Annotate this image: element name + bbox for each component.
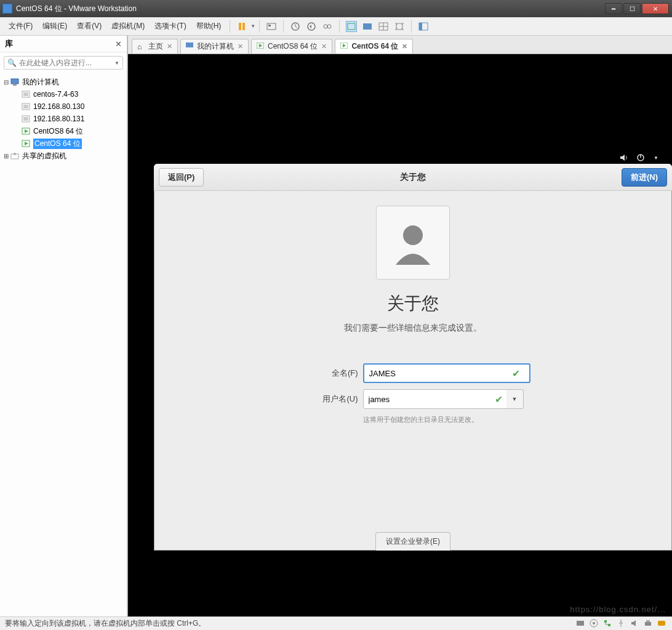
- menu-help[interactable]: 帮助(H): [191, 18, 226, 34]
- svg-rect-43: [645, 622, 651, 626]
- vm-console[interactable]: ▼ 返回(P) 关于您 前进(N) 关于您 我们需要一些详细信息来完成设置。: [128, 54, 672, 616]
- gnome-header: 返回(P) 关于您 前进(N): [154, 164, 672, 191]
- user-form: 全名(F) ✔ 用户名(U) ✔ ▼: [303, 363, 524, 424]
- tree-shared[interactable]: ⊞ 共享的虚拟机: [1, 150, 126, 162]
- svg-rect-19: [23, 92, 28, 96]
- username-label: 用户名(U): [303, 394, 358, 405]
- svg-rect-45: [658, 621, 665, 626]
- svg-point-29: [14, 153, 16, 155]
- svg-point-7: [327, 25, 331, 28]
- vm-off-icon: [21, 102, 31, 111]
- tree-item[interactable]: 192.168.80.130: [1, 100, 126, 113]
- tab-close-icon[interactable]: ✕: [402, 42, 407, 50]
- unity-icon[interactable]: [378, 21, 389, 32]
- library-toggle-icon[interactable]: [418, 21, 429, 32]
- tab-centos-active[interactable]: CentOS 64 位 ✕: [335, 39, 413, 54]
- svg-rect-23: [23, 117, 28, 121]
- svg-rect-15: [419, 23, 422, 30]
- cd-icon[interactable]: [590, 619, 599, 629]
- message-icon[interactable]: [657, 619, 667, 629]
- power-dropdown-icon[interactable]: ▼: [250, 23, 255, 29]
- sidebar-search-input[interactable]: [19, 59, 114, 67]
- disk-icon[interactable]: [576, 619, 586, 629]
- svg-rect-13: [396, 23, 402, 30]
- tab-centos8[interactable]: CentOS8 64 位 ✕: [251, 39, 332, 54]
- gnome-system-menu[interactable]: ▼: [618, 153, 658, 163]
- avatar-placeholder[interactable]: [376, 206, 450, 280]
- stretch-icon[interactable]: [394, 21, 405, 32]
- statusbar-text: 要将输入定向到该虚拟机，请在虚拟机内部单击或按 Ctrl+G。: [5, 618, 206, 629]
- forward-button[interactable]: 前进(N): [622, 168, 667, 187]
- menubar: 文件(F) 编辑(E) 查看(V) 虚拟机(M) 选项卡(T) 帮助(H) ▼: [0, 17, 672, 36]
- vm-on-icon: [257, 42, 265, 51]
- window-maximize-button[interactable]: ☐: [623, 3, 641, 14]
- menu-vm[interactable]: 虚拟机(M): [106, 18, 150, 34]
- tab-close-icon[interactable]: ✕: [167, 42, 172, 50]
- tree-item[interactable]: CentOS8 64 位: [1, 125, 126, 137]
- back-button[interactable]: 返回(P): [159, 168, 204, 187]
- tab-close-icon[interactable]: ✕: [238, 42, 243, 50]
- vm-on-icon: [21, 139, 31, 148]
- vm-off-icon: [21, 90, 31, 99]
- tab-close-icon[interactable]: ✕: [321, 42, 327, 50]
- tree-expand-icon[interactable]: ⊞: [4, 153, 10, 160]
- svg-rect-38: [577, 621, 584, 626]
- tree-item[interactable]: centos-7.4-63: [1, 88, 126, 100]
- snapshot-icon[interactable]: [290, 21, 301, 32]
- volume-icon[interactable]: [618, 153, 628, 163]
- usb-icon[interactable]: [617, 619, 626, 629]
- tree-root-mycomputer[interactable]: ⊟ 我的计算机: [1, 76, 126, 88]
- menu-edit[interactable]: 编辑(E): [38, 18, 72, 34]
- username-dropdown-button[interactable]: ▼: [506, 389, 524, 409]
- sidebar-title: 库: [5, 38, 115, 49]
- sidebar-search[interactable]: 🔍 ▼: [4, 56, 123, 70]
- svg-rect-44: [646, 620, 650, 622]
- vm-off-icon: [21, 115, 31, 123]
- check-icon: ✔: [512, 368, 520, 379]
- gnome-setup-window: 返回(P) 关于您 前进(N) 关于您 我们需要一些详细信息来完成设置。 全名(…: [154, 164, 672, 551]
- computer-icon: [186, 42, 194, 51]
- svg-rect-16: [11, 79, 18, 84]
- snapshot-revert-icon[interactable]: [306, 21, 317, 32]
- sound-icon[interactable]: [630, 619, 640, 629]
- send-ctrl-alt-del-icon[interactable]: [266, 21, 277, 32]
- fit-guest-icon[interactable]: [346, 21, 357, 32]
- printer-icon[interactable]: [644, 619, 654, 629]
- tree-item[interactable]: 192.168.80.131: [1, 113, 126, 125]
- tree-shared-label: 共享的虚拟机: [22, 151, 66, 161]
- vm-tabs: ⌂ 主页 ✕ 我的计算机 ✕ CentOS8 64 位 ✕ CentOS 64 …: [128, 36, 672, 54]
- search-dropdown-icon[interactable]: ▼: [114, 60, 119, 66]
- username-hint: 这将用于创建您的主目录且无法更改。: [363, 415, 524, 424]
- svg-rect-30: [186, 42, 193, 47]
- network-icon[interactable]: [603, 619, 613, 629]
- snapshot-manager-icon[interactable]: [322, 21, 333, 32]
- pause-icon[interactable]: [236, 21, 247, 32]
- menu-tabs[interactable]: 选项卡(T): [150, 18, 191, 34]
- enterprise-login-button[interactable]: 设置企业登录(E): [375, 532, 450, 551]
- menu-file[interactable]: 文件(F): [4, 18, 38, 34]
- menu-view[interactable]: 查看(V): [72, 18, 106, 34]
- svg-marker-32: [259, 44, 262, 47]
- tab-mycomputer[interactable]: 我的计算机 ✕: [180, 39, 249, 54]
- window-title: CentOS 64 位 - VMware Workstation: [16, 4, 137, 14]
- tree-item-selected[interactable]: CentOS 64 位: [1, 137, 126, 150]
- fullscreen-icon[interactable]: [362, 21, 373, 32]
- vm-on-icon: [21, 127, 31, 135]
- fullname-input[interactable]: [363, 363, 530, 383]
- sidebar-close-icon[interactable]: ✕: [115, 39, 122, 49]
- tab-home[interactable]: ⌂ 主页 ✕: [132, 39, 178, 54]
- username-input[interactable]: [363, 389, 513, 409]
- chevron-down-icon[interactable]: ▼: [654, 155, 658, 161]
- svg-rect-21: [23, 105, 28, 108]
- main-area: ⌂ 主页 ✕ 我的计算机 ✕ CentOS8 64 位 ✕ CentOS 64 …: [127, 36, 672, 616]
- user-icon: [388, 218, 438, 267]
- window-minimize-button[interactable]: ━: [605, 3, 622, 14]
- svg-point-6: [324, 25, 327, 28]
- tree-collapse-icon[interactable]: ⊟: [4, 79, 10, 86]
- power-icon[interactable]: [636, 153, 646, 163]
- statusbar: 要将输入定向到该虚拟机，请在虚拟机内部单击或按 Ctrl+G。: [0, 616, 672, 630]
- svg-marker-25: [25, 129, 28, 133]
- about-you-title: 关于您: [387, 292, 439, 315]
- window-close-button[interactable]: ✕: [642, 3, 669, 14]
- computer-icon: [10, 78, 20, 86]
